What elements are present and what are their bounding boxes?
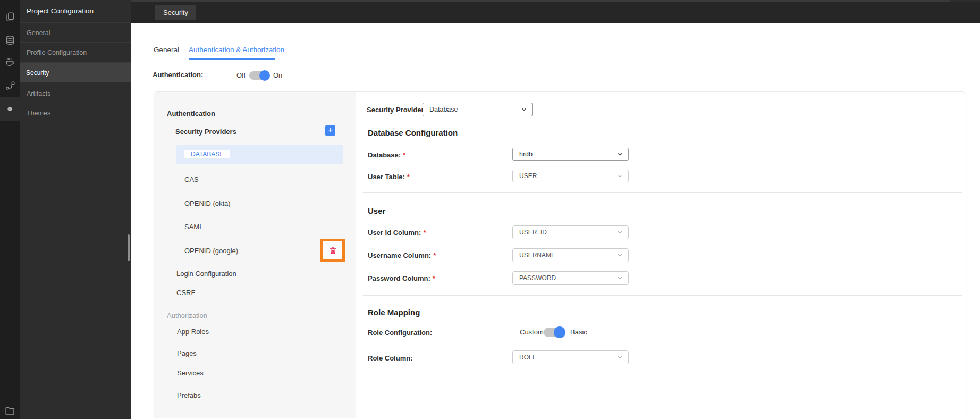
folder-icon[interactable] (0, 400, 20, 419)
provider-item-cas[interactable]: CAS (184, 175, 199, 183)
subnav-section-authentication: Authentication (167, 110, 215, 118)
required-asterisk: * (433, 274, 435, 282)
toggle-knob (259, 70, 270, 81)
toggle-knob (554, 326, 565, 338)
database-field-label: Database:* (368, 151, 405, 159)
chevron-down-icon (616, 173, 623, 180)
user-id-column-label: User Id Column:* (368, 229, 426, 237)
trash-icon (328, 246, 337, 255)
authentication-off-label: Off (236, 71, 246, 79)
role-column-value: ROLE (519, 354, 537, 361)
security-window-tab[interactable]: Security (155, 5, 196, 20)
security-provider-label: Security Provider (367, 106, 424, 114)
delete-provider-button[interactable] (320, 239, 345, 262)
chevron-down-icon (616, 229, 623, 236)
subnav-section-authorization: Authorization (167, 312, 207, 320)
chevron-down-icon (616, 275, 623, 282)
nav-item-themes[interactable]: Themes (20, 103, 131, 123)
tab-authentication-authorization[interactable]: Authentication & Authorization (189, 46, 284, 54)
required-asterisk: * (423, 229, 426, 237)
password-column-value: PASSWORD (519, 274, 556, 282)
database-select[interactable]: hrdb (512, 148, 629, 161)
database-icon[interactable] (0, 30, 20, 51)
chevron-down-icon (617, 151, 623, 157)
nav-scrollbar-thumb[interactable] (128, 234, 130, 261)
icon-rail (0, 0, 20, 419)
user-heading: User (368, 206, 385, 215)
section-divider (363, 295, 962, 296)
subnav-item-app-roles[interactable]: App Roles (177, 328, 209, 336)
top-bar (131, 2, 980, 23)
settings-icon[interactable] (0, 97, 20, 121)
required-asterisk: * (433, 252, 436, 259)
role-configuration-toggle[interactable] (544, 328, 565, 337)
app-window: Project Configuration General Profile Co… (0, 0, 980, 419)
nav-item-artifacts[interactable]: Artifacts (20, 83, 131, 103)
authentication-label: Authentication: (153, 71, 203, 79)
tab-general[interactable]: General (154, 46, 179, 54)
authentication-toggle[interactable] (249, 71, 269, 80)
user-id-column-select[interactable]: USER_ID (512, 225, 629, 239)
section-divider (363, 192, 962, 193)
password-column-select[interactable]: PASSWORD (512, 271, 629, 285)
username-column-select[interactable]: USERNAME (512, 248, 629, 262)
role-column-label: Role Column: (368, 354, 413, 362)
user-table-select[interactable]: USER (512, 170, 629, 182)
chevron-down-icon (616, 354, 623, 361)
required-asterisk: * (403, 151, 405, 159)
required-asterisk: * (407, 173, 410, 181)
project-config-nav: Project Configuration General Profile Co… (20, 0, 131, 419)
chevron-down-icon (521, 106, 527, 113)
subnav-item-login-configuration[interactable]: Login Configuration (176, 270, 236, 278)
nav-item-security[interactable]: Security (20, 62, 131, 82)
subnav-item-services[interactable]: Services (177, 369, 204, 377)
chevron-down-icon (616, 252, 623, 259)
workflow-icon[interactable] (0, 75, 20, 96)
role-configuration-label: Role Configuration: (368, 329, 432, 337)
provider-item-database[interactable]: DATABASE (184, 150, 230, 158)
authentication-on-label: On (273, 71, 282, 79)
role-mapping-heading: Role Mapping (368, 308, 420, 317)
java-icon[interactable] (0, 51, 20, 72)
subnav-item-csrf[interactable]: CSRF (176, 289, 195, 297)
provider-item-openid-google[interactable]: OPENID (google) (184, 247, 238, 255)
nav-title: Project Configuration (27, 7, 94, 15)
nav-item-profile-configuration[interactable]: Profile Configuration (20, 42, 131, 62)
subnav-item-pages[interactable]: Pages (177, 349, 197, 357)
nav-item-general[interactable]: General (20, 22, 131, 43)
role-basic-label: Basic (570, 328, 587, 336)
provider-item-saml[interactable]: SAML (184, 223, 203, 231)
subnav-item-prefabs[interactable]: Prefabs (177, 391, 201, 399)
username-column-label: Username Column:* (368, 252, 436, 259)
provider-item-openid-okta[interactable]: OPENID (okta) (184, 199, 231, 207)
tabs-divider (150, 60, 959, 60)
user-table-field-label: User Table:* (368, 173, 410, 181)
user-id-column-value: USER_ID (519, 229, 547, 236)
pages-icon[interactable] (0, 6, 20, 28)
user-table-value: USER (519, 172, 537, 180)
username-column-value: USERNAME (519, 252, 555, 259)
database-configuration-heading: Database Configuration (368, 128, 458, 137)
role-column-select[interactable]: ROLE (512, 350, 629, 364)
add-provider-button[interactable]: + (325, 125, 335, 136)
subnav-security-providers-heading: Security Providers (175, 128, 236, 136)
security-provider-value: Database (429, 106, 458, 113)
role-custom-label: Custom (520, 328, 544, 336)
database-value: hrdb (519, 150, 533, 158)
password-column-label: Password Column:* (368, 274, 435, 282)
plus-icon: + (328, 125, 333, 135)
security-provider-select[interactable]: Database (423, 103, 533, 116)
